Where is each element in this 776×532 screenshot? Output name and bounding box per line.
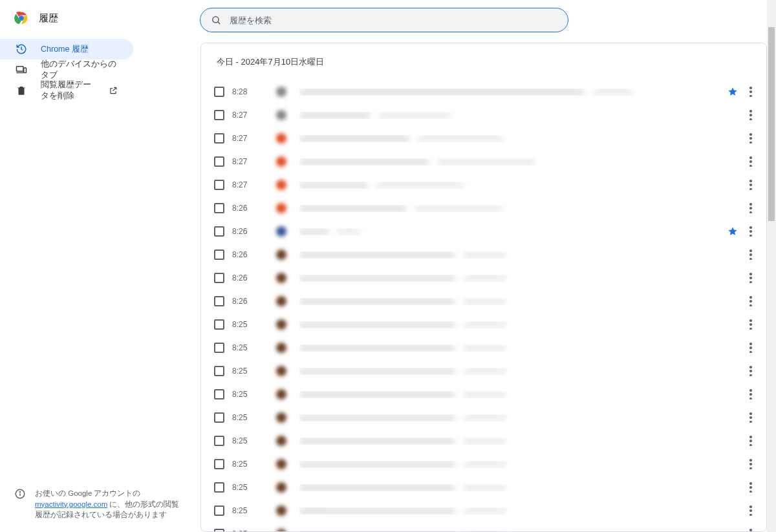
row-checkbox[interactable] [214,226,224,237]
history-row[interactable]: 8:25 [201,476,766,499]
row-more-button[interactable] [743,526,759,532]
row-checkbox[interactable] [214,459,224,469]
row-title-blurred [299,135,409,142]
history-card: 今日 - 2024年7月10日水曜日 8:288:278:278:278:278… [200,43,767,532]
row-more-button[interactable] [743,293,759,309]
sidebar-item-history[interactable]: Chrome 履歴 [0,39,133,59]
sidebar: 履歴 Chrome 履歴他のデバイスからのタブ閲覧履歴データを削除 お使いの G… [0,0,200,532]
history-row[interactable]: 8:26 [201,266,766,290]
row-more-button[interactable] [743,200,759,216]
row-more-button[interactable] [743,270,759,286]
row-more-button[interactable] [743,177,759,193]
history-row[interactable]: 8:28 [201,80,766,103]
row-more-button[interactable] [743,317,759,332]
row-title-blurred [299,112,371,119]
history-row[interactable]: 8:27 [201,127,766,150]
history-row[interactable]: 8:25 [201,499,766,522]
history-row[interactable]: 8:27 [201,150,766,173]
scrollbar-track[interactable] [767,0,776,532]
bookmark-star-icon [727,87,738,97]
row-title-blurred [299,345,455,352]
row-time: 8:27 [232,134,276,143]
scrollbar-thumb[interactable] [768,27,775,221]
row-checkbox[interactable] [214,133,224,144]
row-more-button[interactable] [743,107,759,123]
row-more-button[interactable] [743,433,759,449]
row-title-blurred [299,391,455,398]
row-more-button[interactable] [743,247,759,262]
row-more-button[interactable] [743,340,759,356]
myactivity-link[interactable]: myactivity.google.com [35,500,107,508]
favicon-icon [276,110,286,120]
row-title-area [299,251,743,259]
date-header: 今日 - 2024年7月10日水曜日 [201,43,766,80]
nav: Chrome 履歴他のデバイスからのタブ閲覧履歴データを削除 [0,36,200,101]
row-checkbox[interactable] [214,366,224,376]
row-checkbox[interactable] [214,343,224,353]
history-row[interactable]: 8:25 [201,522,766,532]
history-row[interactable]: 8:27 [201,173,766,197]
info-icon [14,488,26,500]
row-domain-blurred [464,368,506,375]
history-row[interactable]: 8:25 [201,452,766,476]
history-row[interactable]: 8:25 [201,336,766,359]
row-more-button[interactable] [743,410,759,425]
more-vert-icon [749,180,752,190]
row-more-button[interactable] [743,503,759,518]
row-time: 8:27 [232,180,276,189]
search-input[interactable] [230,16,557,25]
row-domain-blurred [464,414,506,421]
row-more-button[interactable] [743,224,759,239]
row-checkbox[interactable] [214,529,224,532]
more-vert-icon [749,203,752,213]
row-more-button[interactable] [743,363,759,379]
row-checkbox[interactable] [214,273,224,283]
row-more-button[interactable] [743,387,759,402]
search-box[interactable] [200,8,568,32]
history-row[interactable]: 8:25 [201,429,766,452]
row-time: 8:26 [232,227,276,236]
row-title-area [299,158,743,165]
row-title-area [299,484,743,491]
row-more-button[interactable] [743,480,759,495]
sidebar-item-devices[interactable]: 他のデバイスからのタブ [0,59,133,80]
row-time: 8:28 [232,87,276,96]
favicon-icon [276,366,286,376]
row-more-button[interactable] [743,154,759,169]
history-row[interactable]: 8:25 [201,359,766,383]
row-domain-blurred [464,391,506,398]
history-row[interactable]: 8:26 [201,290,766,313]
history-row[interactable]: 8:27 [201,103,766,127]
row-title-area [299,461,743,468]
row-checkbox[interactable] [214,482,224,493]
sidebar-item-delete[interactable]: 閲覧履歴データを削除 [0,80,133,101]
row-time: 8:26 [232,273,276,282]
history-row[interactable]: 8:26 [201,243,766,266]
more-vert-icon [749,529,752,532]
row-checkbox[interactable] [214,156,224,167]
row-checkbox[interactable] [214,250,224,260]
row-checkbox[interactable] [214,296,224,306]
row-more-button[interactable] [743,456,759,472]
history-row[interactable]: 8:26 [201,197,766,220]
history-row[interactable]: 8:25 [201,406,766,429]
history-icon [16,43,27,55]
row-checkbox[interactable] [214,436,224,446]
row-checkbox[interactable] [214,203,224,213]
history-row[interactable]: 8:25 [201,383,766,406]
sidebar-item-label: 閲覧履歴データを削除 [41,80,91,101]
row-checkbox[interactable] [214,110,224,120]
row-checkbox[interactable] [214,319,224,330]
row-more-button[interactable] [743,84,759,100]
row-checkbox[interactable] [214,505,224,516]
row-more-button[interactable] [743,131,759,146]
history-row[interactable]: 8:26 [201,220,766,243]
row-checkbox[interactable] [214,87,224,97]
row-checkbox[interactable] [214,389,224,399]
more-vert-icon [749,436,752,446]
more-vert-icon [749,296,752,306]
history-row[interactable]: 8:25 [201,313,766,336]
row-checkbox[interactable] [214,180,224,190]
search-wrap [200,0,568,40]
row-checkbox[interactable] [214,412,224,423]
